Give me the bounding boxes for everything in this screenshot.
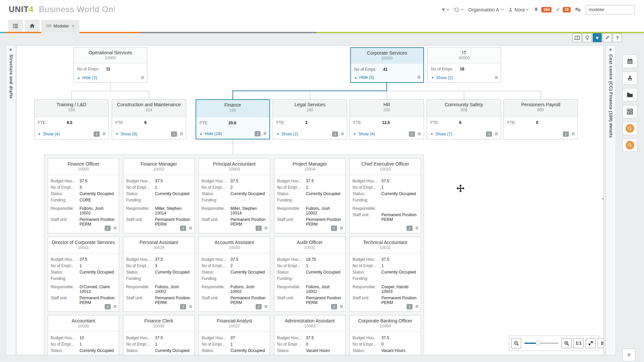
position-card[interactable]: Finance Officer 10000 Budget Hou...37.5 … — [48, 158, 119, 233]
card-menu-icon[interactable]: ≡ — [572, 132, 575, 136]
position-card[interactable]: Director of Corporate Services 10011 Bud… — [48, 237, 119, 312]
position-card[interactable]: Administration Assistant 10063 Budget Ho… — [274, 315, 345, 355]
actual-size-button[interactable]: 1:1 — [574, 338, 584, 348]
card-menu-icon[interactable]: ≡ — [340, 305, 343, 308]
info-button[interactable]: i — [105, 304, 111, 309]
expand-toggle[interactable]: ▲Hide (18) — [200, 131, 222, 136]
favourite-view-button[interactable]: ♥ — [593, 33, 602, 42]
expand-panel-icon[interactable]: « — [608, 48, 614, 51]
card-menu-icon[interactable]: ≡ — [113, 305, 117, 308]
org-person-button[interactable] — [623, 71, 637, 85]
calendar-button[interactable] — [623, 55, 637, 68]
info-button[interactable]: i — [256, 226, 262, 231]
card-menu-icon[interactable]: ≡ — [102, 132, 106, 136]
expand-toggle[interactable]: ▼Show (9) — [115, 132, 137, 136]
fit-screen-button[interactable] — [598, 338, 604, 348]
expand-toggle[interactable]: ▲Hide (5) — [354, 75, 374, 80]
info-button[interactable]: i — [331, 304, 337, 309]
expand-toggle[interactable]: ▼Show (7) — [430, 132, 452, 136]
card-menu-icon[interactable]: ≡ — [113, 227, 117, 230]
tab-menu[interactable] — [8, 20, 23, 32]
right-panel-rail[interactable]: « Cost centre (CC) Finance (100) details — [606, 45, 616, 355]
position-card[interactable]: Principal Accountant 10003 Budget Hou...… — [199, 158, 270, 233]
expand-toggle[interactable]: ▼Show (2) — [431, 75, 453, 80]
position-card[interactable]: Chief Executive Officer 10010 Budget Hou… — [350, 158, 421, 233]
zoom-slider-handle[interactable] — [536, 341, 541, 346]
folder-button[interactable] — [623, 88, 637, 102]
tab-modeler[interactable]: GB Modeler × — [41, 20, 79, 32]
position-card[interactable]: Corporate Banking Officer 10064 Budget H… — [350, 315, 421, 355]
zoom-slider[interactable] — [525, 343, 558, 344]
org-unit-card[interactable]: Training / L&D 150 FTE: 8.5 ▼Show (4) i … — [34, 99, 109, 139]
search-input[interactable] — [586, 5, 635, 14]
card-menu-icon[interactable]: ≡ — [495, 76, 498, 79]
expand-toggle[interactable]: ▼Show (4) — [353, 132, 375, 136]
card-menu-icon[interactable]: ≡ — [264, 305, 268, 308]
card-menu-icon[interactable]: ≡ — [264, 227, 268, 230]
tab-close-icon[interactable]: × — [72, 23, 74, 28]
expand-toggle[interactable]: ▼Show (2) — [276, 132, 298, 136]
tasks-button[interactable]: ✓ 18 — [556, 6, 571, 13]
tab-home[interactable] — [25, 20, 40, 32]
position-card[interactable]: Accountant 10035 Budget Hou...10 No of E… — [48, 315, 119, 355]
expand-panel-icon[interactable]: » — [8, 48, 14, 51]
orange-search-button[interactable] — [623, 138, 637, 152]
position-card[interactable]: Technical Accountant 10032 Budget Hou...… — [350, 237, 421, 312]
info-button[interactable]: i — [332, 131, 338, 137]
card-menu-icon[interactable]: ≡ — [415, 227, 419, 230]
cards-grid-button[interactable] — [623, 105, 637, 118]
info-button[interactable]: i — [255, 131, 261, 136]
card-menu-icon[interactable]: ≡ — [263, 132, 267, 135]
split-view-button[interactable] — [573, 33, 582, 42]
orange-search-button[interactable] — [623, 122, 637, 135]
position-card[interactable]: Audit Officer 10031 Budget Hou...18.75 N… — [274, 237, 345, 312]
help-button[interactable]: ? — [613, 33, 622, 42]
card-menu-icon[interactable]: ≡ — [415, 305, 419, 308]
card-menu-icon[interactable]: ≡ — [417, 76, 421, 79]
info-button[interactable]: i — [486, 131, 492, 137]
org-unit-card[interactable]: Community Safety 306 FTE: 6 ▼Show (7) i … — [427, 99, 501, 139]
card-menu-icon[interactable]: ≡ — [189, 305, 192, 308]
info-button[interactable]: i — [256, 304, 262, 309]
expand-button[interactable] — [586, 338, 596, 348]
organisation-selector[interactable]: Organisation A — [468, 7, 503, 12]
info-button[interactable]: i — [180, 304, 186, 309]
org-unit-card[interactable]: Construction and Maintenance 314 FTE: 9 … — [112, 99, 186, 139]
notifications-button[interactable]: 164 — [533, 7, 551, 12]
position-card[interactable]: Personal Assistant 10029 Budget Hou...37… — [123, 237, 195, 312]
left-panel-rail[interactable]: » Structure and drafts — [6, 45, 16, 355]
position-card[interactable]: Financial Analyst 10037 Budget Hou...37 … — [199, 315, 270, 355]
scroll-left-handle[interactable]: ◄ — [601, 196, 604, 200]
org-unit-card[interactable]: IT 40000 No of Emps: 16 ▼Show (2) ≡ — [427, 47, 501, 83]
expand-toggle[interactable]: ▼Show (4) — [38, 132, 60, 136]
info-button[interactable]: i — [105, 226, 111, 231]
org-unit-card[interactable]: Corporate Services 20000 No of Emps: 41 … — [350, 47, 424, 83]
info-button[interactable]: i — [407, 226, 413, 231]
org-unit-card[interactable]: Pensioners Payroll 850 FTE: 0 i ≡ — [503, 99, 578, 139]
history-menu[interactable] — [454, 7, 464, 12]
info-button[interactable]: i — [563, 131, 569, 137]
org-unit-card[interactable]: Operational Services 10000 No of Emps: 1… — [73, 47, 147, 83]
chat-button[interactable] — [575, 7, 581, 12]
org-chart-canvas[interactable]: Operational Services 10000 No of Emps: 1… — [16, 45, 604, 355]
favourites-menu[interactable]: ♥ — [442, 6, 449, 13]
zoom-out-button[interactable] — [511, 338, 521, 348]
info-button[interactable]: i — [171, 131, 177, 137]
position-card[interactable]: Finance Manager 10002 Budget Hou...37.5 … — [123, 158, 195, 233]
position-card[interactable]: Accounts Assistant 10030 Budget Hou...37… — [199, 237, 270, 312]
info-button[interactable]: i — [94, 131, 100, 137]
card-menu-icon[interactable]: ≡ — [341, 132, 344, 136]
card-menu-icon[interactable]: ≡ — [418, 132, 421, 136]
position-card[interactable]: Finance Clerk 10036 Budget Hou...37.5 No… — [123, 315, 195, 355]
zoom-in-button[interactable] — [561, 338, 572, 348]
settings-wrench-button[interactable] — [603, 33, 612, 42]
org-unit-card[interactable]: Finance 100 FTE: 20.6 ▲Hide (18) i ≡ — [196, 99, 270, 139]
org-unit-card[interactable]: HR 200 FTE: 12.5 ▼Show (4) i ≡ — [350, 99, 424, 139]
card-menu-icon[interactable]: ≡ — [180, 132, 183, 136]
info-button[interactable]: i — [180, 226, 186, 231]
card-menu-icon[interactable]: ≡ — [340, 227, 343, 230]
info-button[interactable]: i — [409, 131, 415, 137]
card-menu-icon[interactable]: ≡ — [141, 76, 144, 79]
info-button[interactable]: i — [331, 226, 337, 231]
lightbulb-button[interactable] — [583, 33, 592, 42]
